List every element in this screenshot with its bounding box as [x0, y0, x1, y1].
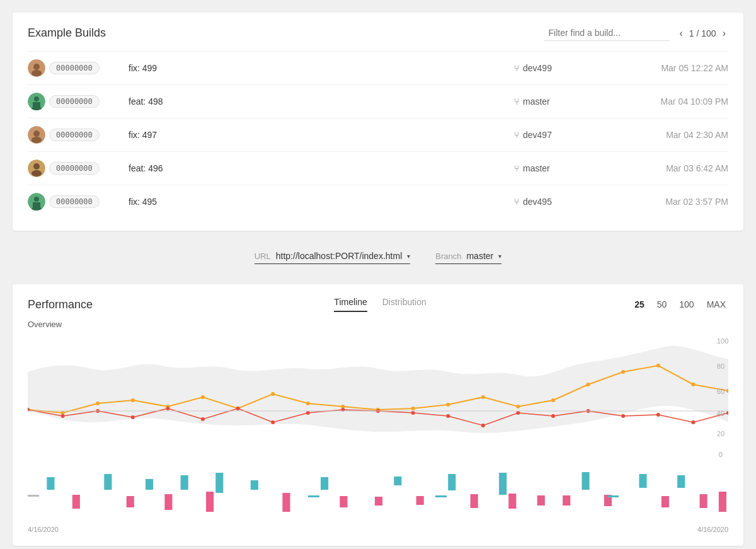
- build-date: Mar 05 12:22 AM: [615, 63, 728, 73]
- table-row[interactable]: 00000000 feat: 496 ⑂ master Mar 03 6:42 …: [28, 151, 728, 185]
- svg-point-1: [33, 64, 40, 70]
- svg-point-45: [236, 407, 240, 410]
- tab-timeline[interactable]: Timeline: [334, 297, 367, 312]
- svg-rect-73: [321, 477, 328, 490]
- build-branch: ⑂ dev495: [514, 197, 615, 207]
- svg-point-2: [32, 70, 42, 76]
- filter-input[interactable]: [544, 25, 670, 41]
- svg-rect-78: [639, 474, 646, 488]
- svg-point-46: [271, 420, 275, 424]
- svg-point-52: [481, 424, 485, 427]
- table-row[interactable]: 00000000 fix: 497 ⑂ dev497 Mar 04 2:30 A…: [28, 118, 728, 151]
- next-page-button[interactable]: ›: [720, 26, 728, 40]
- build-date: Mar 03 6:42 AM: [615, 163, 728, 173]
- svg-point-8: [33, 130, 40, 137]
- svg-point-36: [656, 364, 660, 367]
- svg-rect-86: [375, 497, 382, 506]
- svg-rect-81: [127, 496, 134, 507]
- svg-rect-72: [251, 480, 258, 490]
- url-control[interactable]: URL http://localhost:PORT/index.html ▾: [255, 251, 411, 264]
- date-end: 4/16/2020: [697, 526, 728, 533]
- url-dropdown-icon: ▾: [407, 253, 410, 260]
- svg-point-40: [61, 414, 65, 418]
- overview-label: Overview: [28, 320, 728, 329]
- avatar: [28, 59, 45, 77]
- svg-text:40: 40: [717, 410, 724, 417]
- svg-rect-79: [677, 475, 685, 488]
- tab-distribution[interactable]: Distribution: [382, 297, 427, 312]
- svg-rect-91: [563, 495, 570, 506]
- url-value: http://localhost:PORT/index.html: [276, 251, 403, 261]
- performance-card: Performance Timeline Distribution 25 50 …: [13, 284, 743, 546]
- build-date: Mar 02 3:57 PM: [615, 197, 728, 207]
- build-badge: 00000000: [28, 193, 129, 211]
- builds-list: 00000000 fix: 499 ⑂ dev499 Mar 05 12:22 …: [28, 51, 728, 218]
- svg-point-32: [516, 405, 520, 408]
- build-name: feat: 496: [129, 163, 514, 173]
- svg-rect-70: [181, 475, 188, 490]
- svg-point-57: [656, 413, 660, 417]
- svg-point-30: [446, 403, 450, 407]
- svg-rect-77: [581, 472, 589, 490]
- table-row[interactable]: 00000000 fix: 499 ⑂ dev499 Mar 05 12:22 …: [28, 51, 728, 84]
- svg-point-54: [551, 414, 555, 418]
- branch-control[interactable]: Branch master ▾: [435, 251, 501, 264]
- svg-point-20: [96, 402, 100, 405]
- svg-rect-71: [215, 473, 223, 493]
- builds-card: Example Builds ‹ 1 / 100 › 00000000 fix:…: [13, 13, 743, 231]
- branch-name: dev497: [523, 130, 552, 140]
- svg-point-25: [271, 392, 275, 396]
- count-100-button[interactable]: 100: [677, 298, 696, 311]
- prev-page-button[interactable]: ‹: [677, 26, 685, 40]
- table-row[interactable]: 00000000 feat: 498 ⑂ master Mar 04 10:09…: [28, 84, 728, 118]
- svg-rect-76: [499, 473, 507, 495]
- build-branch: ⑂ dev499: [514, 63, 615, 73]
- svg-point-56: [621, 414, 625, 418]
- svg-rect-74: [394, 477, 401, 485]
- svg-point-53: [516, 411, 520, 415]
- count-max-button[interactable]: MAX: [704, 298, 728, 311]
- count-25-button[interactable]: 25: [632, 298, 647, 311]
- svg-rect-88: [471, 494, 478, 508]
- builds-controls: ‹ 1 / 100 ›: [544, 25, 728, 41]
- svg-point-29: [411, 407, 415, 410]
- branch-label: Branch: [435, 251, 461, 261]
- svg-point-43: [166, 407, 169, 410]
- avatar: [28, 159, 45, 177]
- branch-name: master: [523, 96, 550, 107]
- svg-point-51: [446, 414, 450, 418]
- svg-point-37: [691, 383, 695, 386]
- avatar: [28, 193, 45, 211]
- count-50-button[interactable]: 50: [655, 298, 670, 311]
- build-id: 00000000: [49, 162, 100, 175]
- build-id: 00000000: [49, 62, 100, 74]
- build-branch: ⑂ dev497: [514, 130, 615, 140]
- svg-rect-97: [308, 495, 319, 497]
- url-label: URL: [255, 251, 271, 261]
- avatar: [28, 93, 45, 110]
- svg-point-44: [201, 417, 205, 421]
- svg-rect-96: [28, 495, 39, 497]
- branch-icon: ⑂: [514, 130, 519, 140]
- svg-text:100: 100: [717, 337, 728, 345]
- branch-icon: ⑂: [514, 163, 519, 173]
- build-branch: ⑂ master: [514, 96, 615, 107]
- build-badge: 00000000: [28, 93, 129, 110]
- svg-text:60: 60: [717, 388, 724, 395]
- branch-icon: ⑂: [514, 96, 519, 107]
- table-row[interactable]: 00000000 fix: 495 ⑂ dev495 Mar 02 3:57 P…: [28, 185, 728, 218]
- svg-rect-85: [340, 496, 347, 507]
- pagination-display: 1 / 100: [689, 28, 716, 38]
- branch-dropdown-icon: ▾: [498, 253, 501, 260]
- svg-rect-93: [662, 496, 669, 507]
- svg-rect-99: [435, 495, 447, 497]
- svg-rect-87: [416, 496, 424, 505]
- build-name: fix: 499: [129, 63, 514, 73]
- svg-rect-90: [537, 495, 545, 506]
- svg-rect-84: [282, 493, 290, 512]
- svg-rect-89: [508, 494, 516, 509]
- builds-header: Example Builds ‹ 1 / 100 ›: [28, 25, 728, 41]
- branch-value: master: [466, 251, 493, 261]
- svg-rect-80: [72, 495, 80, 509]
- chart-container: 100 80 60 40 20 0: [28, 334, 728, 533]
